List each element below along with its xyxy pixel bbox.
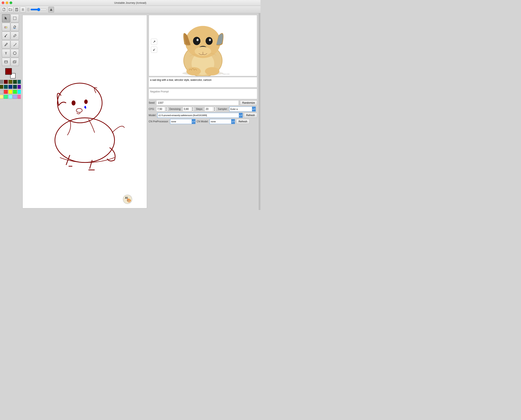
- svg-point-22: [84, 99, 88, 104]
- select-tool[interactable]: [2, 14, 10, 22]
- color-swatch-lavender[interactable]: [13, 95, 17, 99]
- next-image-button[interactable]: ↙: [151, 46, 157, 53]
- color-swatch-teal[interactable]: [4, 85, 8, 89]
- color-swatch-armygreen[interactable]: [0, 85, 3, 89]
- open-button[interactable]: [8, 7, 13, 13]
- tool-row-4: [2, 40, 19, 49]
- negative-prompt-input[interactable]: [149, 89, 257, 99]
- eraser-tool[interactable]: [2, 23, 10, 31]
- prev-image-button[interactable]: ↗: [151, 39, 157, 45]
- toolbar: [0, 6, 260, 13]
- foreground-color-box[interactable]: [5, 68, 12, 75]
- seed-input[interactable]: [156, 100, 239, 105]
- prompt-input[interactable]: [149, 77, 257, 87]
- denoising-down[interactable]: ▼: [191, 109, 194, 111]
- shape-tool[interactable]: [11, 49, 19, 57]
- size-slider[interactable]: [30, 8, 47, 11]
- cn-model-arrow[interactable]: ▲▼: [231, 119, 235, 124]
- svg-rect-9: [5, 27, 6, 28]
- sampler-select[interactable]: Euler a Euler LMS Heun: [229, 106, 252, 112]
- layer2-tool[interactable]: [11, 58, 19, 66]
- layer1-tool[interactable]: [2, 58, 10, 66]
- denoising-arrows: ▲ ▼: [191, 107, 194, 111]
- fill-tool[interactable]: [11, 23, 19, 31]
- canvas-area: AI 🎨: [21, 13, 149, 210]
- close-button[interactable]: [2, 1, 4, 4]
- steps-down[interactable]: ▼: [213, 109, 216, 111]
- seed-label: Seed:: [149, 101, 155, 104]
- cn-model-group: none ▲▼: [210, 119, 235, 124]
- model-select[interactable]: v1-5-pruned-emaonly.safetensors [6ce0161…: [157, 113, 239, 118]
- text-tool[interactable]: T: [2, 49, 10, 57]
- svg-rect-7: [13, 17, 16, 20]
- svg-line-10: [5, 34, 7, 36]
- randomize-button[interactable]: Randomize: [240, 100, 257, 105]
- svg-point-36: [186, 67, 201, 75]
- output-dog-image: watercolor: [149, 15, 257, 76]
- color-swatch-lightyellow[interactable]: [0, 95, 3, 99]
- color-swatch-lightcyan[interactable]: [8, 95, 13, 99]
- cn-preprocessor-arrow[interactable]: ▲▼: [192, 119, 195, 124]
- list-button[interactable]: [20, 7, 26, 13]
- model-label: Model:: [149, 114, 156, 117]
- color-swatch-navyblue[interactable]: [8, 85, 13, 89]
- controls-area: Seed: Randomize CFG: ▲ ▼ Denoising:: [149, 77, 259, 126]
- model-select-group: v1-5-pruned-emaonly.safetensors [6ce0161…: [157, 113, 243, 118]
- maximize-button[interactable]: [10, 1, 12, 4]
- new-button[interactable]: [1, 7, 7, 13]
- right-panel-scrollbar[interactable]: [259, 13, 260, 210]
- cn-preprocessor-select[interactable]: none: [170, 119, 192, 124]
- drawing-canvas[interactable]: AI 🎨: [23, 15, 147, 208]
- model-select-arrow[interactable]: ▲▼: [239, 113, 243, 118]
- cfg-up[interactable]: ▲: [165, 107, 168, 109]
- ai-button[interactable]: AI 🎨: [123, 195, 134, 206]
- svg-point-14: [13, 52, 16, 55]
- minimize-button[interactable]: [6, 1, 8, 4]
- model-refresh-button[interactable]: Refresh: [244, 113, 257, 118]
- color-swatch-yellow[interactable]: [8, 90, 13, 94]
- tool-row-2: [2, 23, 19, 31]
- color-swatch-darkgreen[interactable]: [13, 80, 17, 84]
- traffic-lights: [2, 1, 12, 4]
- denoising-stepper: ▲ ▼: [183, 107, 194, 111]
- cfg-input[interactable]: [156, 107, 165, 111]
- smudge-tool[interactable]: [11, 40, 19, 49]
- cfg-down[interactable]: ▼: [165, 109, 168, 111]
- seed-row: Seed: Randomize: [149, 100, 257, 105]
- pencil-tool[interactable]: [2, 40, 10, 49]
- color-area: [1, 68, 20, 99]
- steps-up[interactable]: ▲: [213, 107, 216, 109]
- steps-input[interactable]: [205, 107, 213, 111]
- save-button[interactable]: [14, 7, 20, 13]
- color-swatch-lightgray[interactable]: [0, 90, 3, 94]
- eyedropper-tool[interactable]: [11, 32, 19, 40]
- brush-tool[interactable]: [2, 32, 10, 40]
- svg-rect-3: [16, 9, 17, 11]
- color-swatch-green[interactable]: [13, 90, 17, 94]
- cn-refresh-button[interactable]: Refresh: [236, 119, 249, 124]
- marquee-tool[interactable]: [11, 14, 19, 22]
- svg-point-29: [193, 37, 200, 45]
- tool-row-6: [2, 58, 19, 66]
- generate-button[interactable]: [48, 7, 54, 13]
- tool-row-5: T: [2, 49, 19, 57]
- color-swatch-gray[interactable]: [0, 80, 3, 84]
- cn-model-select[interactable]: none: [210, 119, 231, 124]
- svg-rect-15: [5, 61, 8, 63]
- color-swatch-mint[interactable]: [4, 95, 8, 99]
- denoising-input[interactable]: [183, 107, 191, 111]
- cn-preprocessor-group: none ▲▼: [170, 119, 195, 124]
- color-swatch-red[interactable]: [4, 90, 8, 94]
- cn-model-label: CN Model:: [197, 120, 208, 123]
- slider-thumb: [27, 8, 30, 11]
- color-swatch-darkred[interactable]: [4, 80, 8, 84]
- sampler-arrow[interactable]: ▲▼: [252, 106, 256, 112]
- svg-point-20: [57, 83, 102, 123]
- cfg-label: CFG:: [149, 108, 155, 111]
- denoising-label: Denoising:: [169, 108, 181, 111]
- svg-text:T: T: [5, 52, 7, 55]
- color-swatch-darkcyan[interactable]: [13, 85, 17, 89]
- color-swatch-olive[interactable]: [8, 80, 13, 84]
- denoising-up[interactable]: ▲: [191, 107, 194, 109]
- right-panel: watercolor ↗ ↙ Seed: Randomize CFG:: [149, 13, 259, 210]
